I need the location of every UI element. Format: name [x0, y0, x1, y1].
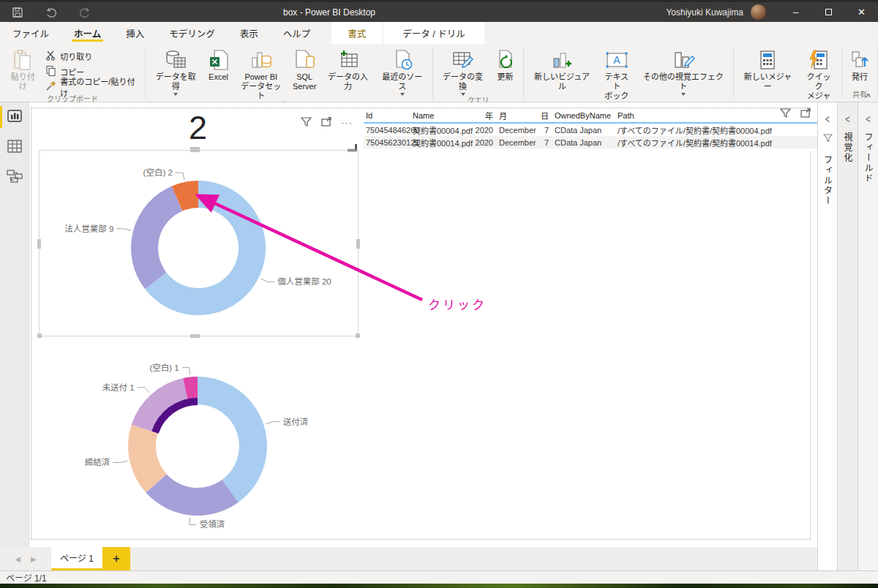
resize-handle[interactable]: [37, 239, 41, 249]
donut-chart-status[interactable]: 送付済受領済締結済未送付 1(空白) 1: [39, 338, 359, 539]
excel-button[interactable]: Excel: [203, 45, 234, 82]
powerbi-datasets-button[interactable]: Power BI データセット: [234, 45, 288, 101]
tab-help[interactable]: ヘルプ: [271, 22, 323, 44]
donut-slice[interactable]: [198, 377, 267, 502]
collapse-ribbon-icon[interactable]: ^: [866, 92, 871, 101]
maximize-button[interactable]: [812, 2, 845, 22]
new-measure-icon: [758, 48, 777, 72]
enter-data-button[interactable]: データの入力: [320, 45, 375, 91]
chevron-down-icon: [681, 93, 686, 96]
get-data-icon: [165, 48, 187, 72]
save-icon[interactable]: [10, 6, 25, 19]
column-header[interactable]: 月: [499, 110, 537, 121]
quick-measure-icon: [808, 48, 829, 72]
donut-label: 個人営業部 20: [277, 276, 331, 286]
minimize-button[interactable]: –: [779, 2, 812, 22]
page-tab-strip: ◀ ▶ ページ 1 +: [0, 547, 817, 570]
visualizations-pane-collapsed[interactable]: < 視覚化: [837, 102, 858, 570]
cut-button[interactable]: 切り取り: [42, 48, 142, 64]
close-button[interactable]: ✕: [845, 2, 878, 22]
donut-chart-department[interactable]: 個人営業部 20法人営業部 9(空白) 2: [39, 150, 359, 336]
text-box-button[interactable]: A テキスト ボックス: [597, 45, 637, 110]
more-options-icon[interactable]: ···: [341, 119, 353, 127]
sql-server-icon: [293, 48, 315, 72]
card-visual[interactable]: 2 ···: [39, 106, 357, 148]
user-name[interactable]: Yoshiyuki Kuwajima: [666, 7, 743, 18]
report-canvas[interactable]: 2 ··· 個人営業部 20法人営業部 9(空白) 2 送付済受領済締結済未送付…: [29, 102, 817, 547]
title-bar: box - Power BI Desktop Yoshiyuki Kuwajim…: [0, 0, 878, 22]
tab-format[interactable]: 書式: [331, 22, 382, 44]
add-page-button[interactable]: +: [102, 547, 130, 570]
recent-sources-button[interactable]: 最近のソース: [375, 45, 429, 96]
fields-pane-label: フィールド: [862, 132, 874, 184]
fields-pane-collapsed[interactable]: < フィールド: [858, 102, 878, 570]
cell-day: 7: [537, 126, 555, 135]
table-row[interactable]: 750456230121 契約書00014.pdf 2020 December …: [364, 136, 838, 148]
donut-label: 送付済: [283, 417, 309, 426]
resize-handle[interactable]: [190, 148, 200, 152]
expand-pane-icon[interactable]: <: [825, 113, 830, 125]
transform-data-button[interactable]: データの変換: [436, 45, 490, 96]
focus-mode-icon[interactable]: [800, 108, 811, 121]
refresh-button[interactable]: 更新: [489, 45, 520, 82]
window-title: box - Power BI Desktop: [220, 7, 439, 18]
tab-view[interactable]: 表示: [228, 22, 271, 44]
excel-icon: [208, 48, 230, 72]
model-view-button[interactable]: [0, 161, 29, 190]
focus-mode-icon[interactable]: [321, 116, 331, 129]
format-painter-button[interactable]: 書式のコピー/貼り付け: [42, 79, 142, 94]
column-header[interactable]: 日: [537, 110, 555, 121]
more-visuals-label: その他の視覚エフェクト: [641, 72, 726, 91]
cell-id: 750456230121: [366, 138, 413, 147]
enter-data-label: データの入力: [325, 72, 370, 91]
new-measure-label: 新しいメジャー: [741, 72, 795, 91]
table-row[interactable]: 750454846260 契約書00004.pdf 2020 December …: [364, 124, 838, 136]
filters-pane-collapsed[interactable]: < フィルター: [817, 102, 837, 570]
filter-icon[interactable]: [780, 108, 791, 121]
undo-icon[interactable]: [44, 6, 59, 19]
tab-file[interactable]: ファイル: [0, 22, 61, 44]
donut-slice[interactable]: [131, 186, 182, 289]
enter-data-icon: [337, 48, 359, 72]
publish-label: 発行: [852, 72, 868, 82]
tab-modeling[interactable]: モデリング: [157, 22, 228, 44]
ribbon-group-share: 発行 共有: [842, 44, 877, 102]
filter-icon[interactable]: [301, 116, 312, 129]
powerbi-datasets-label: Power BI データセット: [239, 72, 284, 101]
paste-label: 貼り付け: [7, 72, 38, 91]
sql-server-button[interactable]: SQL Server: [288, 45, 320, 91]
more-visuals-button[interactable]: その他の視覚エフェクト: [637, 45, 730, 96]
report-view-button[interactable]: [0, 102, 29, 132]
redo-icon[interactable]: [78, 6, 92, 19]
filter-icon: [823, 132, 833, 146]
cell-path: /すべてのファイル/契約書/契約書00004.pdf: [618, 124, 836, 136]
table-visual[interactable]: ··· Id Name 年 月 日 OwnedByName Path 75045…: [364, 109, 838, 151]
next-page-icon[interactable]: ▶: [31, 555, 37, 563]
publish-button[interactable]: 発行: [845, 45, 874, 82]
resize-handle[interactable]: [356, 239, 360, 249]
data-view-button[interactable]: [0, 132, 29, 161]
quick-measure-button[interactable]: クイック メジャー: [799, 45, 838, 110]
tab-home[interactable]: ホーム: [61, 22, 113, 44]
expand-pane-icon[interactable]: <: [845, 113, 849, 125]
new-measure-button[interactable]: 新しいメジャー: [737, 45, 799, 91]
column-header[interactable]: 年: [473, 110, 499, 121]
user-avatar[interactable]: [751, 4, 766, 20]
expand-pane-icon[interactable]: <: [866, 113, 870, 125]
donut-label: 法人営業部 9: [64, 224, 113, 233]
tab-insert[interactable]: 挿入: [113, 22, 157, 44]
prev-page-icon[interactable]: ◀: [15, 555, 20, 563]
paste-button[interactable]: 貼り付け: [3, 45, 42, 91]
tab-data-drill[interactable]: データ / ドリル: [383, 22, 484, 44]
get-data-button[interactable]: データを取得: [149, 45, 203, 96]
new-visual-button[interactable]: 新しいビジュアル: [527, 45, 596, 91]
svg-text:A: A: [613, 54, 620, 66]
column-header[interactable]: Id: [366, 111, 413, 120]
page-indicator: ページ 1/1: [6, 571, 47, 584]
column-header[interactable]: Name: [413, 111, 473, 120]
transform-data-icon: [451, 48, 475, 72]
side-panels: < フィルター < 視覚化 < フィールド: [817, 102, 878, 570]
cut-label: 切り取り: [60, 50, 92, 62]
column-header[interactable]: OwnedByName: [555, 111, 618, 120]
page-tab[interactable]: ページ 1: [51, 547, 102, 570]
